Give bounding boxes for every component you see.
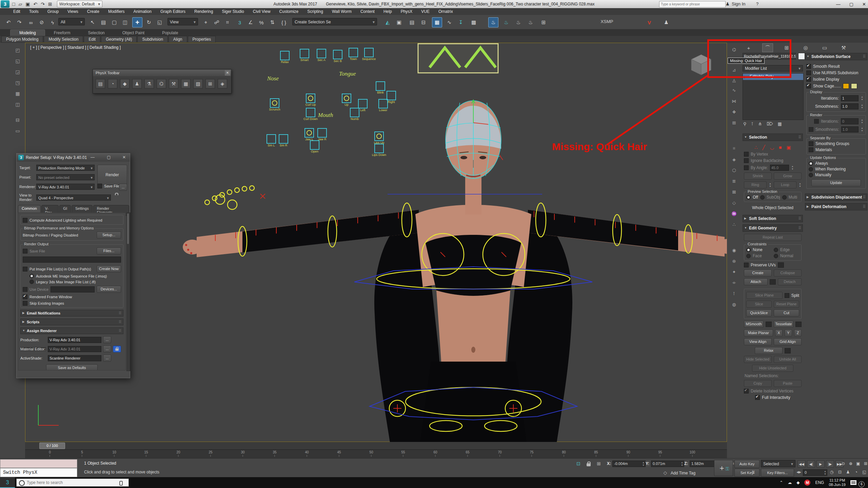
grid-align-button[interactable]: Grid Align — [774, 338, 802, 345]
use-device-checkbox[interactable]: Use Device — [23, 287, 48, 292]
workspace-dropdown[interactable]: Workspace: Default — [57, 1, 103, 7]
render-production-icon[interactable]: ♨ — [513, 17, 524, 27]
activeshade-field[interactable]: Scanline Renderer — [48, 355, 101, 361]
viewport-layout-icon[interactable]: ⊟ — [14, 116, 22, 124]
material-lock-button[interactable] — [113, 346, 121, 352]
menu-item[interactable]: Wall Worm — [328, 9, 356, 14]
devices-button[interactable]: Devices... — [97, 286, 121, 293]
frame-step-icons[interactable]: ◀▶ — [795, 469, 802, 475]
production-browse-button[interactable]: ... — [103, 336, 111, 343]
output-save-file-checkbox[interactable]: Save File — [23, 249, 95, 253]
undo-small-icon[interactable]: ↶ — [33, 1, 37, 7]
menu-item[interactable]: Ornatrix — [434, 9, 457, 14]
physx-tool-icon[interactable]: ◔ — [108, 79, 117, 88]
modifier-shelf-icon[interactable]: ⊿ — [730, 66, 738, 74]
modifier-shelf-icon[interactable]: ⋈ — [730, 97, 738, 105]
zoom-extents-icon[interactable]: ▣ — [855, 460, 861, 467]
render-button[interactable]: Render — [97, 165, 127, 185]
bitmap-setup-button[interactable]: Setup... — [97, 231, 121, 239]
repeat-last-button[interactable]: Repeat Last — [744, 234, 802, 241]
minimize-button[interactable]: — — [836, 2, 841, 7]
physx-tool-icon[interactable]: ◈ — [218, 79, 227, 88]
put-image-file-list-checkbox[interactable]: Put Image File List(s) in Output Path(s) — [23, 267, 95, 271]
isoline-display-checkbox[interactable]: Isoline Display — [806, 77, 866, 82]
menu-item[interactable]: Create — [83, 9, 104, 14]
production-renderer-field[interactable]: V-Ray Adv 3.40.01 — [48, 337, 101, 343]
renderer-dropdown[interactable]: V-Ray Adv 3.40.01 — [36, 184, 95, 190]
smoothing-groups-checkbox[interactable]: Smoothing Groups — [809, 141, 864, 146]
next-frame-button[interactable]: |▶ — [826, 460, 834, 468]
modifier-shelf-icon[interactable]: ❖ — [730, 108, 738, 116]
ribbon-tab[interactable]: Selection — [79, 30, 113, 36]
ribbon-group-button[interactable]: Properties — [188, 36, 216, 43]
rollout-subdivision-surface[interactable]: Subdivision Surface — [805, 53, 867, 60]
modifier-shelf-icon[interactable]: ⬡ — [730, 166, 738, 174]
smooth-result-checkbox[interactable]: Smooth Result — [806, 64, 866, 69]
menu-item[interactable]: Views — [63, 9, 83, 14]
physx-tool-icon[interactable]: ◆ — [120, 79, 130, 88]
ribbon-tab[interactable]: Freeform — [45, 30, 79, 36]
menu-item[interactable]: Customize — [275, 9, 303, 14]
attach-settings-icon[interactable] — [770, 279, 776, 285]
save-as-defaults-button[interactable]: Save as Defaults — [46, 364, 98, 370]
planar-y-button[interactable]: Y — [785, 329, 792, 337]
face-rig-control[interactable]: Sec B — [333, 50, 342, 59]
tray-clock[interactable]: 11:12 PM 08-Jun-19 — [829, 478, 846, 487]
physx-tool-icon[interactable]: ⌬ — [157, 79, 166, 88]
shrink-button[interactable]: Shrink — [744, 172, 772, 180]
delete-isolated-vertices-checkbox[interactable]: Delete Isolated Vertices — [744, 389, 802, 393]
ribbon-group-button[interactable]: Subdivision — [137, 36, 167, 43]
menu-item[interactable]: Rendering — [190, 9, 217, 14]
relax-settings-icon[interactable] — [785, 348, 791, 353]
update-when-rendering-radio[interactable]: When Rendering — [809, 167, 864, 171]
physx-tool-icon[interactable]: ▦ — [181, 79, 191, 88]
modifier-shelf-icon[interactable]: ∴ — [730, 220, 738, 228]
dialog-title-bar[interactable]: 3 Render Setup: V-Ray Adv 3.40.01 — ▢ ✕ — [17, 154, 130, 162]
select-and-link-icon[interactable]: ∞ — [26, 17, 36, 27]
vertex-subobject-icon[interactable]: ∴ — [754, 145, 757, 150]
tessellate-settings-icon[interactable] — [795, 322, 802, 327]
unlink-selection-icon[interactable]: ⊘ — [37, 17, 47, 27]
constraint-face-radio[interactable]: Face — [746, 253, 772, 258]
copy-button[interactable]: Copy — [744, 380, 772, 387]
ignore-backfacing-checkbox[interactable]: Ignore Backfacing — [744, 158, 802, 163]
face-rig-control[interactable]: Jaw R — [317, 128, 327, 138]
add-time-tag[interactable]: Add Time Tag — [671, 471, 695, 475]
zoom-icon[interactable]: ⊙ — [840, 460, 846, 467]
face-rig-control[interactable]: Sec A — [317, 49, 326, 58]
track-bar[interactable] — [25, 449, 727, 459]
quickslice-button[interactable]: QuickSlice — [746, 309, 772, 317]
render-preview-icon[interactable]: ⊞ — [538, 17, 549, 27]
physx-tool-icon[interactable]: ▧ — [193, 79, 203, 88]
preserve-uvs-checkbox[interactable]: Preserve UVs — [744, 263, 776, 267]
planar-x-button[interactable]: X — [775, 329, 783, 337]
modifier-shelf-icon[interactable]: ⊺ — [730, 289, 738, 298]
tab-create[interactable]: + — [743, 43, 754, 52]
face-rig-control[interactable]: Sm L — [267, 134, 276, 144]
render-setup-dialog[interactable]: 3 Render Setup: V-Ray Adv 3.40.01 — ▢ ✕ … — [16, 153, 130, 378]
sign-in-button[interactable]: Sign In — [732, 0, 745, 8]
menu-item[interactable]: Animation — [129, 9, 156, 14]
layer-explorer-icon[interactable]: ⊟ — [418, 17, 429, 27]
dialog-scrollbar[interactable] — [126, 212, 130, 371]
tray-expand-icon[interactable]: ⌃ — [780, 480, 783, 485]
renderer-save-file-checkbox[interactable]: Save File — [97, 184, 120, 188]
menu-item[interactable]: Civil View — [249, 9, 275, 14]
border-subobject-icon[interactable]: ◡ — [770, 145, 774, 150]
physx-tool-icon[interactable]: ⚗ — [144, 79, 154, 88]
face-rig-control[interactable]: Curl Up — [306, 94, 315, 103]
face-rig-control[interactable]: Jaw L — [304, 128, 314, 138]
menu-item[interactable]: Help — [379, 9, 396, 14]
redo-icon[interactable]: ↷ — [14, 17, 24, 27]
material-browse-button[interactable]: ... — [103, 345, 111, 352]
face-rig-control[interactable]: Town — [349, 48, 358, 57]
face-rig-control[interactable]: Blink — [376, 81, 385, 91]
render-iterations-checkbox[interactable] — [814, 119, 819, 124]
loop-button[interactable]: Loop — [774, 181, 796, 188]
viewport-label[interactable]: [ + ] [ Perspective ] [ Standard ] [ Def… — [30, 45, 121, 50]
set-keys-button[interactable]: ＋⚿ — [714, 460, 733, 476]
tray-language[interactable]: ENG — [815, 480, 824, 485]
select-and-scale-icon[interactable]: ◱ — [155, 17, 165, 27]
menu-item[interactable]: Content — [356, 9, 379, 14]
stack-item-editable-poly[interactable]: Editable Poly — [743, 74, 803, 80]
